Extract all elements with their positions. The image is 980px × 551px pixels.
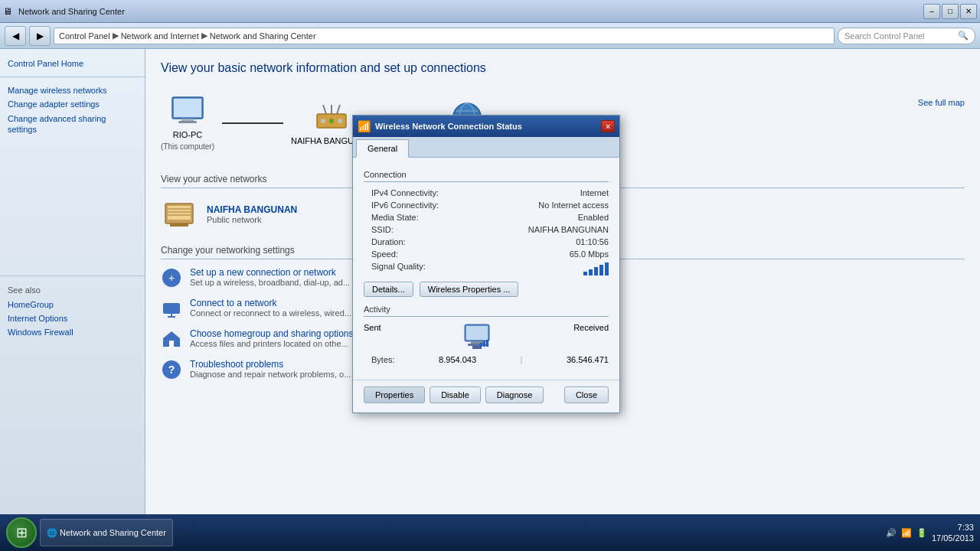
start-button[interactable]: ⊞ bbox=[6, 517, 37, 548]
bytes-row: Bytes: 8.954.043 | 36.546.471 bbox=[364, 355, 609, 364]
search-input[interactable]: Search Control Panel 🔍 bbox=[838, 28, 975, 44]
diagnose-button[interactable]: Diagnose bbox=[485, 386, 544, 403]
taskbar-open-window-label: 🌐 Network and Sharing Center bbox=[47, 528, 166, 538]
maximize-button[interactable]: □ bbox=[942, 4, 959, 19]
activity-section: Activity Sent bbox=[364, 305, 609, 364]
sent-label: Sent bbox=[364, 323, 381, 352]
settings-desc-0: Set up a wireless, broadband, dial-up, a… bbox=[190, 278, 350, 287]
dialog-close-button[interactable]: ✕ bbox=[601, 120, 615, 132]
activity-sent-received: Sent Re bbox=[364, 323, 609, 352]
connection-buttons: Details... Wireless Properties ... bbox=[364, 282, 609, 297]
bytes-label: Bytes: bbox=[364, 355, 395, 364]
sidebar-item-change-advanced[interactable]: Change advanced sharing settings bbox=[0, 111, 145, 138]
sidebar-item-change-adapter[interactable]: Change adapter settings bbox=[0, 97, 145, 111]
clock: 7:33 17/05/2013 bbox=[932, 522, 974, 544]
clock-time: 7:33 bbox=[932, 522, 974, 533]
sidebar-item-control-panel-home[interactable]: Control Panel Home bbox=[0, 57, 145, 70]
speed-label: Speed: bbox=[364, 249, 398, 259]
settings-link-2[interactable]: Choose homegroup and sharing options bbox=[190, 328, 353, 339]
forward-button[interactable]: ▶ bbox=[29, 26, 51, 46]
settings-item-0-content: Set up a new connection or network Set u… bbox=[190, 267, 350, 287]
field-signal: Signal Quality: bbox=[364, 262, 609, 276]
title-bar: 🖥 Network and Sharing Center – □ ✕ bbox=[0, 0, 980, 23]
svg-text:+: + bbox=[168, 272, 175, 284]
settings-item-1-content: Connect to a network Connect or reconnec… bbox=[190, 298, 351, 318]
dialog-tabs: General bbox=[353, 137, 619, 158]
tray-icon-battery: 🔋 bbox=[916, 528, 927, 538]
dialog-title-bar: 📶 Wireless Network Connection Status ✕ bbox=[353, 116, 619, 137]
svg-point-6 bbox=[329, 119, 334, 123]
tray-icon-network: 📶 bbox=[901, 528, 912, 538]
ssid-label: SSID: bbox=[364, 225, 394, 234]
disable-button[interactable]: Disable bbox=[430, 386, 481, 403]
signal-label: Signal Quality: bbox=[364, 262, 426, 276]
breadcrumb-network-sharing[interactable]: Network and Sharing Center bbox=[210, 31, 316, 41]
details-button[interactable]: Details... bbox=[364, 282, 413, 297]
wireless-props-button[interactable]: Wireless Properties ... bbox=[420, 282, 519, 297]
close-button[interactable]: ✕ bbox=[960, 4, 977, 19]
node-rio-pc: RIO-PC (This computer) bbox=[161, 95, 214, 151]
sidebar-item-windows-firewall[interactable]: Windows Firewall bbox=[0, 325, 145, 339]
search-icon: 🔍 bbox=[958, 31, 969, 41]
svg-rect-18 bbox=[170, 223, 188, 227]
settings-link-1[interactable]: Connect to a network bbox=[190, 298, 351, 308]
media-state-value: Enabled bbox=[578, 213, 609, 222]
field-media-state: Media State: Enabled bbox=[364, 213, 609, 222]
window-controls: – □ ✕ bbox=[923, 4, 977, 19]
breadcrumb-network-internet[interactable]: Network and Internet bbox=[121, 31, 199, 41]
network-name[interactable]: NAIFHA BANGUNAN bbox=[207, 204, 297, 215]
svg-point-5 bbox=[321, 119, 325, 123]
back-button[interactable]: ◀ bbox=[5, 26, 26, 46]
dialog-footer: Properties Disable Diagnose Close bbox=[353, 380, 619, 412]
tab-general[interactable]: General bbox=[356, 139, 409, 158]
ipv4-value: Internet bbox=[580, 188, 609, 197]
svg-rect-17 bbox=[168, 206, 191, 220]
homegroup-icon bbox=[161, 328, 182, 350]
node-rio-pc-label: RIO-PC bbox=[173, 130, 203, 139]
sidebar-item-homegroup[interactable]: HomeGroup bbox=[0, 298, 145, 311]
search-placeholder: Search Control Panel bbox=[844, 31, 925, 41]
sidebar-item-manage-wireless[interactable]: Manage wireless networks bbox=[0, 83, 145, 97]
breadcrumb-control-panel[interactable]: Control Panel bbox=[59, 31, 110, 41]
activity-header: Activity bbox=[364, 305, 609, 317]
router-icon bbox=[312, 101, 351, 133]
see-full-map-link[interactable]: See full map bbox=[918, 95, 965, 107]
svg-point-7 bbox=[338, 119, 342, 123]
see-also-title: See also bbox=[0, 282, 145, 298]
bar-3 bbox=[594, 267, 598, 276]
activity-icon bbox=[462, 323, 492, 352]
svg-rect-36 bbox=[480, 343, 482, 347]
bar-1 bbox=[583, 272, 587, 276]
field-duration: Duration: 01:10:56 bbox=[364, 237, 609, 246]
svg-rect-2 bbox=[181, 119, 194, 121]
bar-4 bbox=[599, 265, 603, 276]
settings-link-0[interactable]: Set up a new connection or network bbox=[190, 267, 350, 278]
svg-line-10 bbox=[337, 105, 340, 114]
computer-icon bbox=[168, 95, 207, 127]
settings-item-2-content: Choose homegroup and sharing options Acc… bbox=[190, 328, 353, 348]
minimize-button[interactable]: – bbox=[923, 4, 940, 19]
taskbar-tray: 🔊 📶 🔋 7:33 17/05/2013 bbox=[886, 522, 974, 544]
node-rio-pc-sublabel: (This computer) bbox=[161, 142, 214, 151]
taskbar-window-btn[interactable]: 🌐 Network and Sharing Center bbox=[40, 519, 173, 546]
divider-2 bbox=[0, 276, 145, 276]
setup-icon: + bbox=[161, 267, 182, 289]
settings-link-3[interactable]: Troubleshoot problems bbox=[190, 359, 351, 370]
page-title: View your basic network information and … bbox=[161, 61, 965, 75]
dialog-body: Connection IPv4 Connectivity: Internet I… bbox=[353, 158, 619, 377]
wireless-status-dialog[interactable]: 📶 Wireless Network Connection Status ✕ G… bbox=[352, 115, 620, 413]
svg-rect-32 bbox=[466, 326, 488, 340]
bytes-received: 36.546.471 bbox=[567, 355, 609, 364]
network-icon bbox=[161, 196, 198, 233]
sidebar-item-internet-options[interactable]: Internet Options bbox=[0, 311, 145, 325]
properties-button[interactable]: Properties bbox=[364, 386, 425, 403]
duration-label: Duration: bbox=[364, 237, 406, 246]
breadcrumb[interactable]: Control Panel ▶ Network and Internet ▶ N… bbox=[54, 28, 835, 44]
svg-rect-1 bbox=[174, 99, 201, 117]
close-dialog-button[interactable]: Close bbox=[564, 386, 609, 403]
svg-rect-38 bbox=[486, 340, 488, 347]
svg-line-8 bbox=[323, 105, 326, 114]
line-1 bbox=[222, 122, 283, 124]
ssid-value: NAIFHA BANGUNAN bbox=[528, 225, 609, 234]
field-speed: Speed: 65.0 Mbps bbox=[364, 249, 609, 259]
